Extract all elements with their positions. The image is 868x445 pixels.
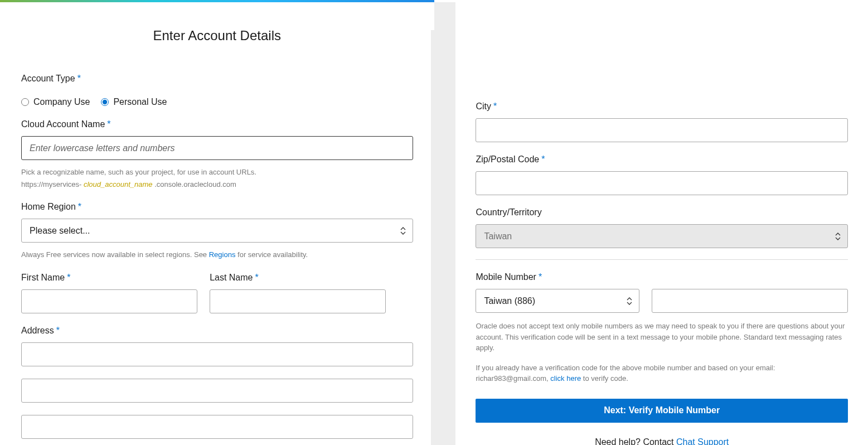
chat-support-link[interactable]: Chat Support (676, 437, 729, 446)
mobile-number-input[interactable] (652, 289, 848, 313)
right-gutter (434, 2, 456, 445)
first-name-label: First Name* (21, 273, 70, 283)
next-verify-mobile-button[interactable]: Next: Verify Mobile Number (476, 399, 848, 423)
address-line3-input[interactable] (21, 415, 413, 439)
home-region-group: Home Region* Please select... Always Fre… (21, 202, 413, 260)
account-type-group: Account Type* Company Use Personal Use (21, 74, 413, 107)
city-group: City* (476, 101, 848, 142)
cloud-account-name-group: Cloud Account Name* Pick a recognizable … (21, 119, 413, 190)
account-type-company-radio[interactable] (21, 98, 29, 106)
zip-input[interactable] (476, 171, 848, 195)
panel-divider (431, 30, 434, 445)
account-type-personal-option[interactable]: Personal Use (101, 97, 167, 107)
right-panel: City* Zip/Postal Code* Country/Territory… (455, 2, 868, 445)
chevron-updown-icon (627, 297, 632, 305)
first-name-input[interactable] (21, 289, 197, 313)
last-name-label: Last Name* (210, 273, 259, 283)
page-wrapper: Enter Account Details Account Type* Comp… (0, 2, 868, 445)
mobile-fine-print-1: Oracle does not accept text only mobile … (476, 321, 848, 354)
account-type-personal-label: Personal Use (113, 97, 167, 107)
account-type-radios: Company Use Personal Use (21, 97, 413, 107)
zip-group: Zip/Postal Code* (476, 154, 848, 195)
home-region-label: Home Region* (21, 202, 81, 212)
country-label: Country/Territory (476, 207, 541, 217)
chevron-updown-icon (835, 233, 841, 240)
account-type-label: Account Type* (21, 74, 81, 84)
click-here-link[interactable]: click here (550, 374, 581, 383)
name-row: First Name* Last Name* (21, 273, 413, 313)
mobile-fine-print-2: If you already have a verification code … (476, 362, 848, 384)
chevron-updown-icon (400, 227, 406, 235)
zip-label: Zip/Postal Code* (476, 154, 545, 165)
first-name-group: First Name* (21, 273, 197, 313)
country-group: Country/Territory Taiwan (476, 207, 848, 248)
address-line1-input[interactable] (21, 342, 413, 366)
home-region-select[interactable]: Please select... (21, 219, 413, 243)
home-region-helper: Always Free services now available in se… (21, 249, 413, 260)
mobile-label: Mobile Number* (476, 272, 542, 282)
address-label: Address* (21, 326, 60, 336)
account-type-personal-radio[interactable] (101, 98, 109, 106)
cloud-account-name-input[interactable] (21, 136, 413, 160)
cloud-account-name-label: Cloud Account Name* (21, 119, 111, 129)
city-input[interactable] (476, 118, 848, 142)
regions-link[interactable]: Regions (209, 250, 236, 259)
page-title: Enter Account Details (21, 28, 413, 43)
account-type-company-label: Company Use (33, 97, 90, 107)
separator-line (476, 259, 848, 260)
last-name-group: Last Name* (210, 273, 386, 313)
mobile-country-code-select[interactable]: Taiwan (886) (476, 289, 639, 313)
address-line2-input[interactable] (21, 379, 413, 403)
last-name-input[interactable] (210, 289, 386, 313)
account-type-company-option[interactable]: Company Use (21, 97, 90, 107)
left-panel: Enter Account Details Account Type* Comp… (0, 2, 434, 445)
city-label: City* (476, 101, 497, 112)
address-group: Address* (21, 326, 413, 439)
cloud-account-name-helper: Pick a recognizable name, such as your p… (21, 167, 413, 190)
help-line: Need help? Contact Chat Support (476, 437, 848, 446)
mobile-group: Mobile Number* Taiwan (886) Oracle does … (476, 272, 848, 384)
country-select: Taiwan (476, 224, 848, 248)
